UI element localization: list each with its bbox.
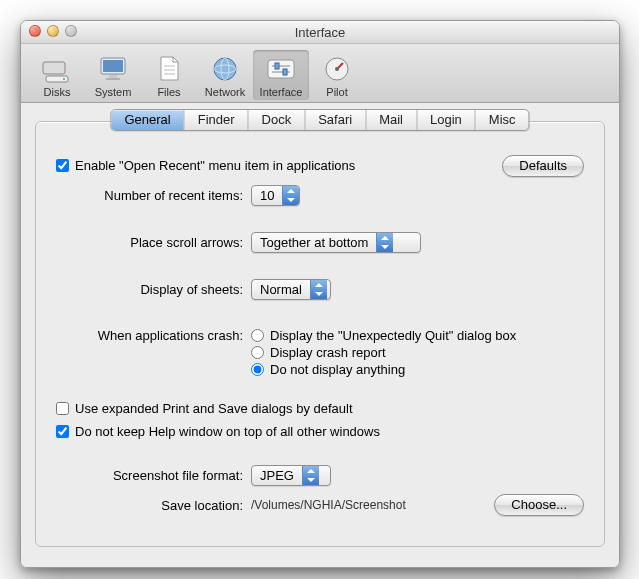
help-window-checkbox[interactable]: Do not keep Help window on top of all ot… — [56, 424, 380, 439]
recent-items-label: Number of recent items: — [56, 188, 251, 203]
svg-rect-15 — [275, 63, 279, 69]
svg-rect-6 — [106, 78, 120, 80]
scroll-arrows-label: Place scroll arrows: — [56, 235, 251, 250]
expanded-dialogs-checkbox[interactable]: Use expanded Print and Save dialogs by d… — [56, 401, 353, 416]
chevron-updown-icon — [310, 280, 327, 299]
checkbox-input[interactable] — [56, 159, 69, 172]
crash-radio-none[interactable]: Do not display anything — [251, 362, 584, 377]
toolbar-item-label: Files — [141, 86, 197, 98]
toolbar-item-disks[interactable]: Disks — [29, 50, 85, 100]
close-icon[interactable] — [29, 25, 41, 37]
sheets-popup[interactable]: Normal — [251, 279, 331, 300]
tab-bar: General Finder Dock Safari Mail Login Mi… — [110, 109, 529, 131]
drive-icon — [29, 52, 85, 86]
content-area: General Finder Dock Safari Mail Login Mi… — [21, 103, 619, 567]
radio-label: Do not display anything — [270, 362, 405, 377]
toolbar-item-label: Interface — [253, 86, 309, 98]
titlebar[interactable]: Interface — [21, 21, 619, 44]
document-icon — [141, 52, 197, 86]
toolbar-item-label: System — [85, 86, 141, 98]
crash-radio-group: Display the "Unexpectedly Quit" dialog b… — [251, 326, 584, 379]
checkbox-label: Use expanded Print and Save dialogs by d… — [75, 401, 353, 416]
toolbar-item-pilot[interactable]: Pilot — [309, 50, 365, 100]
toolbar-item-interface[interactable]: Interface — [253, 50, 309, 100]
radio-input[interactable] — [251, 329, 264, 342]
crash-radio-unexpectedly-quit[interactable]: Display the "Unexpectedly Quit" dialog b… — [251, 328, 584, 343]
zoom-icon[interactable] — [65, 25, 77, 37]
slider-icon — [253, 52, 309, 86]
svg-rect-4 — [103, 60, 123, 72]
preferences-window: Interface Disks System Files Network — [20, 20, 620, 568]
toolbar-item-system[interactable]: System — [85, 50, 141, 100]
crash-radio-crash-report[interactable]: Display crash report — [251, 345, 584, 360]
checkbox-input[interactable] — [56, 402, 69, 415]
enable-open-recent-checkbox[interactable]: Enable "Open Recent" menu item in applic… — [56, 158, 355, 173]
toolbar-item-label: Network — [197, 86, 253, 98]
svg-rect-5 — [109, 75, 117, 78]
toolbar: Disks System Files Network Interface — [21, 44, 619, 103]
tab-safari[interactable]: Safari — [305, 110, 366, 130]
choose-button[interactable]: Choose... — [494, 494, 584, 516]
radio-label: Display the "Unexpectedly Quit" dialog b… — [270, 328, 516, 343]
crash-label: When applications crash: — [56, 326, 251, 343]
radio-input[interactable] — [251, 363, 264, 376]
svg-point-2 — [63, 78, 65, 80]
radio-input[interactable] — [251, 346, 264, 359]
tab-general[interactable]: General — [111, 110, 184, 130]
chevron-updown-icon — [282, 186, 299, 205]
screenshot-format-label: Screenshot file format: — [56, 468, 251, 483]
popup-value: Normal — [252, 280, 310, 299]
toolbar-item-files[interactable]: Files — [141, 50, 197, 100]
sheets-label: Display of sheets: — [56, 282, 251, 297]
monitor-icon — [85, 52, 141, 86]
tab-mail[interactable]: Mail — [366, 110, 417, 130]
screenshot-format-popup[interactable]: JPEG — [251, 465, 331, 486]
window-controls — [29, 25, 77, 37]
window-title: Interface — [295, 25, 346, 40]
svg-rect-17 — [283, 69, 287, 75]
toolbar-item-network[interactable]: Network — [197, 50, 253, 100]
save-location-path: /Volumes/NGHIA/Screenshot — [251, 498, 406, 512]
svg-point-10 — [214, 58, 236, 80]
general-panel: General Finder Dock Safari Mail Login Mi… — [35, 121, 605, 547]
tab-dock[interactable]: Dock — [249, 110, 306, 130]
globe-icon — [197, 52, 253, 86]
svg-point-20 — [335, 67, 339, 71]
svg-rect-13 — [268, 60, 294, 78]
gauge-icon — [309, 52, 365, 86]
minimize-icon[interactable] — [47, 25, 59, 37]
tab-login[interactable]: Login — [417, 110, 476, 130]
toolbar-item-label: Disks — [29, 86, 85, 98]
checkbox-input[interactable] — [56, 425, 69, 438]
recent-items-popup[interactable]: 10 — [251, 185, 300, 206]
tab-misc[interactable]: Misc — [476, 110, 529, 130]
toolbar-item-label: Pilot — [309, 86, 365, 98]
popup-value: Together at bottom — [252, 233, 376, 252]
popup-value: 10 — [252, 186, 282, 205]
svg-rect-0 — [43, 62, 65, 74]
radio-label: Display crash report — [270, 345, 386, 360]
chevron-updown-icon — [302, 466, 319, 485]
scroll-arrows-popup[interactable]: Together at bottom — [251, 232, 421, 253]
checkbox-label: Do not keep Help window on top of all ot… — [75, 424, 380, 439]
save-location-label: Save location: — [56, 498, 251, 513]
checkbox-label: Enable "Open Recent" menu item in applic… — [75, 158, 355, 173]
defaults-button[interactable]: Defaults — [502, 155, 584, 177]
tab-finder[interactable]: Finder — [185, 110, 249, 130]
popup-value: JPEG — [252, 466, 302, 485]
chevron-updown-icon — [376, 233, 393, 252]
